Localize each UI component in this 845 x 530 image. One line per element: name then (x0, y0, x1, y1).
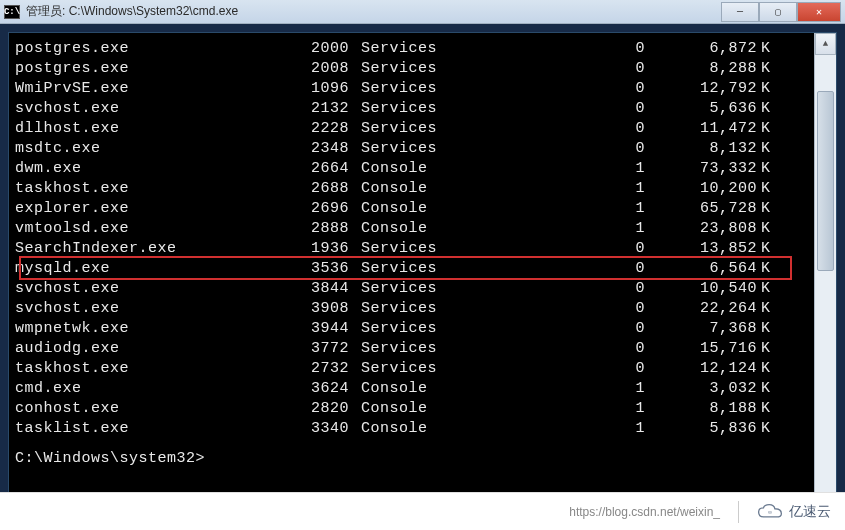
footer: https://blog.csdn.net/weixin_ ∞ 亿速云 (0, 492, 845, 530)
process-pid: 2732 (291, 359, 349, 379)
terminal-output[interactable]: postgres.exe2000Services06,872Kpostgres.… (9, 33, 814, 521)
process-name: msdtc.exe (13, 139, 291, 159)
process-unit: K (757, 219, 777, 239)
process-unit: K (757, 279, 777, 299)
process-unit: K (757, 179, 777, 199)
process-session: Console (349, 199, 445, 219)
process-row: cmd.exe3624Console13,032K (13, 379, 810, 399)
process-sess_no: 0 (445, 139, 645, 159)
process-sess_no: 0 (445, 339, 645, 359)
prompt[interactable]: C:\Windows\system32> (13, 449, 810, 469)
process-name: cmd.exe (13, 379, 291, 399)
process-pid: 3844 (291, 279, 349, 299)
process-sess_no: 1 (445, 179, 645, 199)
process-mem: 10,200 (645, 179, 757, 199)
process-name: postgres.exe (13, 39, 291, 59)
process-pid: 2132 (291, 99, 349, 119)
process-session: Console (349, 419, 445, 439)
scroll-thumb[interactable] (817, 91, 834, 271)
process-mem: 8,288 (645, 59, 757, 79)
process-pid: 2008 (291, 59, 349, 79)
process-session: Services (349, 279, 445, 299)
process-sess_no: 1 (445, 219, 645, 239)
process-session: Services (349, 319, 445, 339)
process-row: tasklist.exe3340Console15,836K (13, 419, 810, 439)
process-mem: 11,472 (645, 119, 757, 139)
process-pid: 2820 (291, 399, 349, 419)
window-title: 管理员: C:\Windows\System32\cmd.exe (26, 3, 715, 20)
process-row: taskhost.exe2688Console110,200K (13, 179, 810, 199)
process-mem: 65,728 (645, 199, 757, 219)
process-mem: 12,792 (645, 79, 757, 99)
process-sess_no: 0 (445, 359, 645, 379)
app-window: C:\ 管理员: C:\Windows\System32\cmd.exe — ▢… (0, 0, 845, 530)
process-name: svchost.exe (13, 279, 291, 299)
process-mem: 7,368 (645, 319, 757, 339)
process-session: Services (349, 299, 445, 319)
scrollbar-vertical[interactable]: ▲ ▼ (814, 33, 836, 521)
process-row: WmiPrvSE.exe1096Services012,792K (13, 79, 810, 99)
titlebar[interactable]: C:\ 管理员: C:\Windows\System32\cmd.exe — ▢… (0, 0, 845, 24)
process-session: Console (349, 179, 445, 199)
process-row: dwm.exe2664Console173,332K (13, 159, 810, 179)
process-unit: K (757, 79, 777, 99)
process-name: SearchIndexer.exe (13, 239, 291, 259)
process-mem: 5,836 (645, 419, 757, 439)
process-unit: K (757, 419, 777, 439)
process-row: explorer.exe2696Console165,728K (13, 199, 810, 219)
process-pid: 2348 (291, 139, 349, 159)
scroll-up-button[interactable]: ▲ (815, 33, 836, 55)
process-unit: K (757, 319, 777, 339)
process-unit: K (757, 239, 777, 259)
terminal-wrap: postgres.exe2000Services06,872Kpostgres.… (8, 32, 837, 522)
process-name: explorer.exe (13, 199, 291, 219)
process-row: vmtoolsd.exe2888Console123,808K (13, 219, 810, 239)
process-sess_no: 0 (445, 259, 645, 279)
process-name: mysqld.exe (13, 259, 291, 279)
scroll-track[interactable] (815, 55, 836, 499)
process-session: Console (349, 219, 445, 239)
process-mem: 73,332 (645, 159, 757, 179)
footer-separator (738, 501, 739, 523)
process-session: Services (349, 339, 445, 359)
process-pid: 3772 (291, 339, 349, 359)
process-pid: 2000 (291, 39, 349, 59)
process-row: postgres.exe2008Services08,288K (13, 59, 810, 79)
process-pid: 1936 (291, 239, 349, 259)
process-unit: K (757, 39, 777, 59)
process-sess_no: 1 (445, 419, 645, 439)
close-button[interactable]: ✕ (797, 2, 841, 22)
process-row: mysqld.exe3536Services06,564K (13, 259, 810, 279)
process-pid: 3908 (291, 299, 349, 319)
process-pid: 2228 (291, 119, 349, 139)
process-unit: K (757, 139, 777, 159)
process-session: Services (349, 259, 445, 279)
process-sess_no: 0 (445, 79, 645, 99)
process-mem: 13,852 (645, 239, 757, 259)
process-sess_no: 0 (445, 59, 645, 79)
process-row: postgres.exe2000Services06,872K (13, 39, 810, 59)
process-name: svchost.exe (13, 299, 291, 319)
process-mem: 15,716 (645, 339, 757, 359)
process-session: Services (349, 359, 445, 379)
process-mem: 12,124 (645, 359, 757, 379)
process-session: Services (349, 59, 445, 79)
brand-text: 亿速云 (789, 503, 831, 521)
process-mem: 8,132 (645, 139, 757, 159)
process-mem: 10,540 (645, 279, 757, 299)
process-unit: K (757, 399, 777, 419)
maximize-button[interactable]: ▢ (759, 2, 797, 22)
process-session: Services (349, 99, 445, 119)
process-row: svchost.exe3908Services022,264K (13, 299, 810, 319)
watermark-text: https://blog.csdn.net/weixin_ (569, 505, 720, 519)
window-controls: — ▢ ✕ (721, 2, 841, 22)
process-unit: K (757, 339, 777, 359)
process-name: taskhost.exe (13, 179, 291, 199)
process-row: svchost.exe2132Services05,636K (13, 99, 810, 119)
process-pid: 2888 (291, 219, 349, 239)
process-sess_no: 0 (445, 119, 645, 139)
process-row: svchost.exe3844Services010,540K (13, 279, 810, 299)
process-row: taskhost.exe2732Services012,124K (13, 359, 810, 379)
process-name: dllhost.exe (13, 119, 291, 139)
minimize-button[interactable]: — (721, 2, 759, 22)
